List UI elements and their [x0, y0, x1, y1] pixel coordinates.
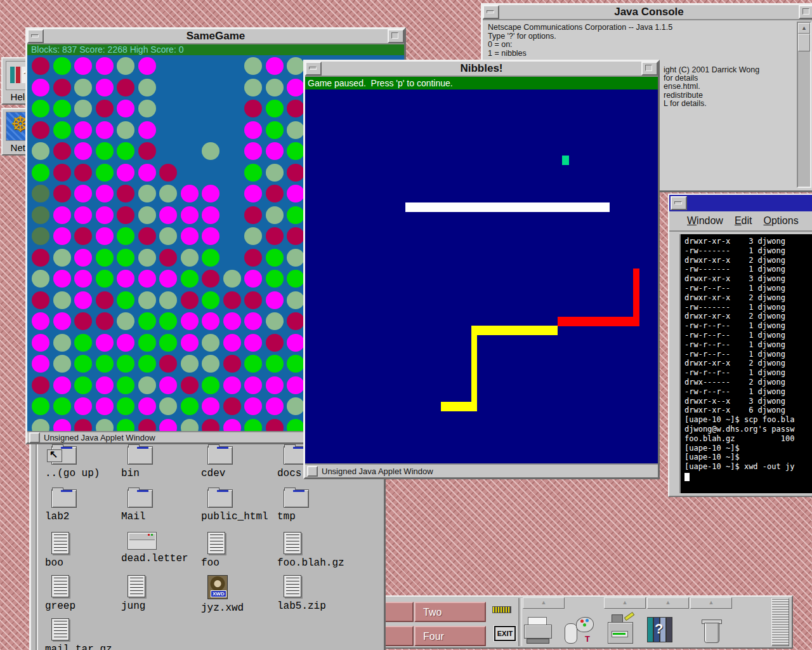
samegame-ball[interactable] [244, 355, 262, 373]
samegame-ball[interactable] [223, 355, 241, 373]
samegame-ball[interactable] [244, 121, 262, 139]
samegame-ball[interactable] [138, 185, 156, 202]
samegame-ball[interactable] [138, 270, 156, 288]
samegame-ball[interactable] [138, 79, 156, 96]
menu-window[interactable]: Window [687, 215, 723, 227]
samegame-ball[interactable] [244, 419, 262, 433]
samegame-ball[interactable] [287, 355, 304, 373]
samegame-ball[interactable] [266, 79, 284, 96]
samegame-ball[interactable] [74, 185, 92, 202]
samegame-ball[interactable] [202, 376, 219, 394]
samegame-ball[interactable] [117, 79, 134, 96]
samegame-ball[interactable] [117, 57, 134, 75]
samegame-ball[interactable] [202, 206, 219, 224]
file-item[interactable]: foo [201, 532, 276, 569]
samegame-ball[interactable] [53, 57, 71, 75]
samegame-ball[interactable] [74, 79, 92, 96]
samegame-ball[interactable] [244, 57, 262, 75]
app-manager-icon[interactable] [605, 614, 636, 645]
samegame-ball[interactable] [244, 334, 262, 352]
samegame-ball[interactable] [96, 164, 114, 182]
samegame-ball[interactable] [266, 312, 284, 330]
samegame-ball[interactable] [117, 397, 134, 415]
menu-options[interactable]: Options [764, 215, 799, 227]
samegame-ball[interactable] [266, 57, 284, 75]
scrollbar-thumb[interactable] [798, 34, 810, 51]
samegame-ball[interactable] [96, 334, 114, 352]
samegame-ball[interactable] [74, 270, 92, 288]
samegame-ball[interactable] [32, 376, 49, 394]
samegame-ball[interactable] [266, 121, 284, 139]
samegame-ball[interactable] [138, 227, 156, 245]
samegame-ball[interactable] [74, 355, 92, 373]
samegame-ball[interactable] [202, 334, 219, 352]
samegame-ball[interactable] [53, 355, 71, 373]
samegame-ball[interactable] [53, 419, 71, 433]
samegame-ball[interactable] [287, 419, 304, 433]
samegame-ball[interactable] [244, 397, 262, 415]
samegame-ball[interactable] [244, 270, 262, 288]
subpanel-tab-arrow[interactable]: ▲ [647, 597, 689, 609]
samegame-ball[interactable] [32, 121, 49, 139]
samegame-ball[interactable] [74, 206, 92, 224]
help-manager-icon[interactable]: ? [646, 614, 676, 645]
samegame-ball[interactable] [138, 57, 156, 75]
samegame-ball[interactable] [159, 249, 177, 267]
trash-icon[interactable] [697, 614, 727, 645]
samegame-ball[interactable] [117, 334, 134, 352]
samegame-ball[interactable] [138, 291, 156, 309]
samegame-ball[interactable] [159, 334, 177, 352]
menu-edit[interactable]: Edit [735, 215, 752, 227]
samegame-ball[interactable] [287, 121, 304, 139]
samegame-ball[interactable] [244, 100, 262, 117]
samegame-ball[interactable] [53, 206, 71, 224]
samegame-ball[interactable] [244, 249, 262, 267]
samegame-ball[interactable] [202, 419, 219, 433]
samegame-ball[interactable] [53, 100, 71, 117]
scroll-up-icon[interactable]: ▲ [798, 23, 810, 34]
samegame-ball[interactable] [244, 376, 262, 394]
samegame-ball[interactable] [244, 312, 262, 330]
file-item[interactable]: cdev [201, 446, 276, 479]
samegame-ball[interactable] [32, 206, 49, 224]
samegame-ball[interactable] [244, 164, 262, 182]
samegame-ball[interactable] [138, 334, 156, 352]
samegame-ball[interactable] [74, 164, 92, 182]
samegame-ball[interactable] [181, 249, 199, 267]
samegame-ball[interactable] [117, 121, 134, 139]
samegame-ball[interactable] [202, 249, 219, 267]
samegame-ball[interactable] [287, 397, 304, 415]
samegame-ball[interactable] [53, 312, 71, 330]
minimize-icon[interactable] [483, 5, 499, 19]
samegame-ball[interactable] [53, 164, 71, 182]
samegame-ball[interactable] [53, 270, 71, 288]
samegame-ball[interactable] [32, 79, 49, 96]
samegame-ball[interactable] [117, 270, 134, 288]
samegame-ball[interactable] [117, 206, 134, 224]
samegame-ball[interactable] [266, 100, 284, 117]
samegame-ball[interactable] [181, 206, 199, 224]
samegame-ball[interactable] [32, 291, 49, 309]
samegame-ball[interactable] [138, 419, 156, 433]
samegame-ball[interactable] [287, 142, 304, 160]
subpanel-tab-arrow[interactable]: ▲ [604, 597, 646, 609]
samegame-ball[interactable] [96, 121, 114, 139]
file-item[interactable]: lab5.zip [277, 575, 352, 612]
samegame-ball[interactable] [117, 100, 134, 117]
samegame-ball[interactable] [287, 227, 304, 245]
workspace-button-four[interactable]: Four [414, 626, 486, 646]
samegame-ball[interactable] [96, 227, 114, 245]
samegame-ball[interactable] [32, 334, 49, 352]
samegame-ball[interactable] [181, 291, 199, 309]
samegame-ball[interactable] [96, 249, 114, 267]
samegame-ball[interactable] [96, 397, 114, 415]
samegame-ball[interactable] [181, 334, 199, 352]
samegame-ball[interactable] [181, 270, 199, 288]
samegame-ball[interactable] [223, 397, 241, 415]
maximize-icon[interactable] [799, 5, 812, 19]
samegame-ball[interactable] [53, 79, 71, 96]
samegame-ball[interactable] [32, 185, 49, 202]
samegame-ball[interactable] [159, 227, 177, 245]
samegame-ball[interactable] [159, 355, 177, 373]
samegame-ball[interactable] [138, 249, 156, 267]
